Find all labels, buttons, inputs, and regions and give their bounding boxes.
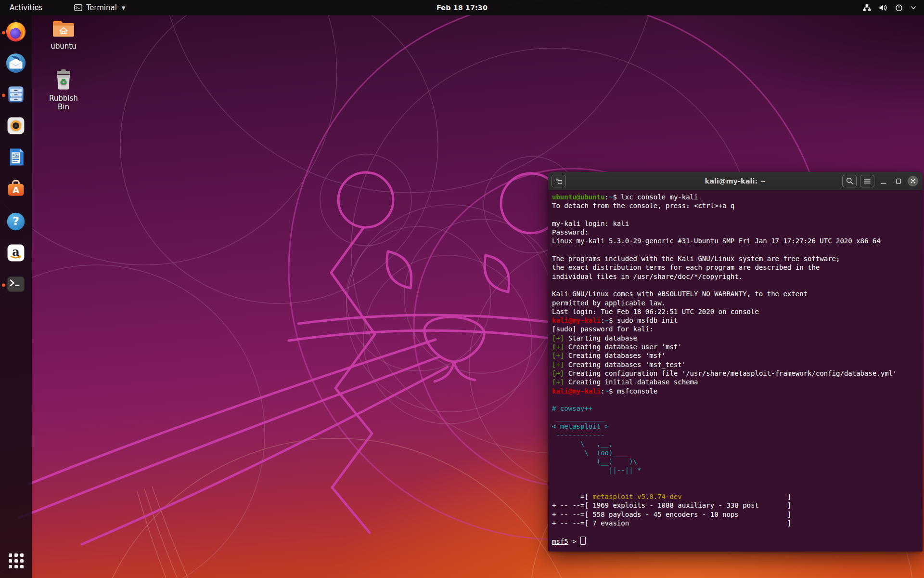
maximize-icon: [896, 178, 901, 184]
dock-item-files[interactable]: [1, 81, 31, 110]
top-bar: Activities Terminal ▼ Feb 18 17:30: [0, 0, 924, 15]
terminal-icon: [5, 274, 26, 297]
app-menu-button[interactable]: Terminal ▼: [70, 0, 129, 15]
dock-item-firefox[interactable]: [1, 18, 31, 47]
svg-text:♻: ♻: [60, 77, 67, 87]
minimize-icon: [881, 178, 886, 184]
dock-item-ubuntu-software[interactable]: A: [1, 175, 31, 204]
chevron-down-icon: ▼: [122, 5, 126, 11]
search-icon: [846, 177, 853, 184]
desktop-icon-rubbish-bin[interactable]: ♻ Rubbish Bin: [43, 68, 84, 111]
power-icon: [895, 4, 903, 12]
thunderbird-icon: [5, 52, 27, 76]
clock-button[interactable]: Feb 18 17:30: [436, 4, 488, 12]
terminal-icon: [74, 4, 82, 11]
chevron-down-icon: [911, 5, 916, 10]
search-button[interactable]: [842, 175, 857, 187]
amazon-icon: a: [5, 242, 26, 265]
home-folder-icon: [51, 33, 76, 41]
svg-text:A: A: [13, 185, 20, 195]
system-menu-button[interactable]: [863, 0, 924, 15]
clock-label: Feb 18 17:30: [436, 4, 488, 12]
new-tab-button[interactable]: [552, 175, 566, 187]
menu-button[interactable]: [860, 175, 874, 187]
hamburger-menu-icon: [864, 178, 871, 184]
dock-item-thunderbird[interactable]: [1, 50, 31, 79]
svg-text:?: ?: [13, 214, 19, 228]
dock-item-rhythmbox[interactable]: [1, 112, 31, 141]
dock-items: A ? a: [1, 18, 31, 302]
help-icon: ?: [5, 211, 26, 234]
desktop-icon-label: Rubbish Bin: [43, 94, 84, 111]
ubuntu-software-icon: A: [5, 178, 26, 201]
desktop-icon-ubuntu-folder[interactable]: ubuntu: [43, 17, 84, 51]
firefox-icon: [5, 21, 27, 45]
maximize-button[interactable]: [893, 175, 904, 187]
network-wired-icon: [863, 4, 871, 12]
terminal-window: kali@my-kali: ~ ubuntu@ubuntu:~$ lxc con…: [548, 172, 923, 552]
dock-item-help[interactable]: ?: [1, 208, 31, 237]
dock-item-amazon[interactable]: a: [1, 239, 31, 268]
running-indicator: [2, 31, 5, 35]
volume-icon: [879, 4, 887, 12]
terminal-titlebar[interactable]: kali@my-kali: ~: [548, 172, 923, 190]
app-menu-label: Terminal: [86, 3, 116, 12]
activities-label: Activities: [10, 3, 42, 12]
terminal-window-title: kali@my-kali: ~: [705, 177, 766, 185]
show-applications-button[interactable]: [1, 548, 31, 573]
terminal-screen[interactable]: ubuntu@ubuntu:~$ lxc console my-kali To …: [548, 190, 923, 552]
files-icon: [5, 84, 26, 107]
dock: A ? a: [0, 15, 32, 578]
show-apps-grid-icon: [9, 553, 24, 568]
desktop-icon-label: ubuntu: [43, 42, 84, 51]
new-tab-icon: [555, 178, 563, 184]
running-indicator: [2, 284, 5, 287]
dock-item-libreoffice-writer[interactable]: [1, 144, 31, 172]
terminal-cursor: [580, 537, 586, 545]
rhythmbox-icon: [5, 115, 26, 138]
terminal-output: ubuntu@ubuntu:~$ lxc console my-kali To …: [552, 193, 921, 546]
running-indicator: [2, 94, 5, 97]
rubbish-bin-icon: ♻: [52, 85, 75, 93]
activities-button[interactable]: Activities: [0, 0, 52, 15]
close-icon: [911, 179, 915, 184]
close-button[interactable]: [908, 176, 918, 186]
dock-item-terminal[interactable]: [1, 271, 31, 300]
libreoffice-writer-icon: [6, 146, 26, 170]
minimize-button[interactable]: [878, 175, 889, 187]
